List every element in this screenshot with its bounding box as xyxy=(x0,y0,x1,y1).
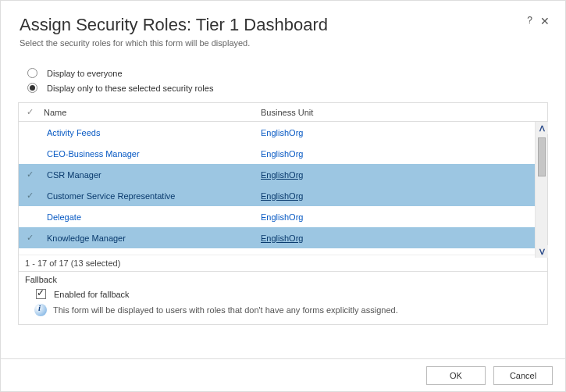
row-bu-cell[interactable]: EnglishOrg xyxy=(259,128,547,137)
row-bu-cell[interactable]: EnglishOrg xyxy=(259,149,547,159)
fallback-description: This form will be displayed to users wit… xyxy=(53,305,398,315)
row-bu-cell[interactable]: EnglishOrg xyxy=(259,233,547,243)
fallback-checkbox-label: Enabled for fallback xyxy=(54,290,130,299)
fallback-description-row: This form will be displayed to users wit… xyxy=(25,304,541,316)
row-name-cell: Knowledge Manager xyxy=(41,233,259,243)
close-icon[interactable]: ✕ xyxy=(540,15,550,27)
grid-status: 1 - 17 of 17 (13 selected) xyxy=(19,255,547,271)
role-link[interactable]: Customer Service Representative xyxy=(44,191,175,201)
row-name-cell: Customer Service Representative xyxy=(41,191,259,201)
column-header-business-unit[interactable]: Business Unit xyxy=(259,108,547,117)
radio-display-selected-roles[interactable]: Display only to these selected security … xyxy=(27,83,546,93)
row-name-cell: CSR Manager xyxy=(41,170,259,180)
grid-header-row: ✓ Name Business Unit xyxy=(19,103,547,122)
role-link[interactable]: Knowledge Manager xyxy=(44,233,126,243)
table-row[interactable]: Marketing ManagerEnglishOrg xyxy=(19,248,547,255)
row-bu-cell[interactable]: EnglishOrg xyxy=(259,212,547,222)
row-name-cell: Marketing Manager xyxy=(41,255,259,255)
column-header-name[interactable]: Name xyxy=(41,108,259,117)
row-bu-cell[interactable]: EnglishOrg xyxy=(259,255,547,255)
table-row[interactable]: CEO-Business ManagerEnglishOrg xyxy=(19,143,547,164)
row-check: ✓ xyxy=(19,233,41,243)
cancel-button[interactable]: Cancel xyxy=(493,366,553,385)
radio-label: Display only to these selected security … xyxy=(47,84,213,93)
info-icon xyxy=(34,304,47,316)
check-icon: ✓ xyxy=(27,169,34,179)
table-row[interactable]: ✓CSR ManagerEnglishOrg xyxy=(19,164,547,185)
scroll-thumb[interactable] xyxy=(538,137,546,176)
table-row[interactable]: Activity FeedsEnglishOrg xyxy=(19,122,547,143)
check-icon: ✓ xyxy=(27,191,34,200)
help-icon[interactable]: ? xyxy=(527,15,532,26)
radio-display-everyone[interactable]: Display to everyone xyxy=(27,68,546,78)
role-link[interactable]: Activity Feeds xyxy=(44,128,100,137)
role-link[interactable]: Delegate xyxy=(44,212,81,222)
roles-grid: ✓ Name Business Unit Activity FeedsEngli… xyxy=(18,102,548,272)
checkbox-icon xyxy=(36,289,46,299)
fallback-section: Fallback Enabled for fallback This form … xyxy=(18,272,548,325)
table-row[interactable]: ✓Knowledge ManagerEnglishOrg xyxy=(19,227,547,248)
dialog-header: Assign Security Roles: Tier 1 Dashboard … xyxy=(1,1,565,51)
fallback-checkbox-row[interactable]: Enabled for fallback xyxy=(25,289,541,299)
page-title: Assign Security Roles: Tier 1 Dashboard xyxy=(20,15,546,35)
check-icon: ✓ xyxy=(27,233,34,242)
row-name-cell: Activity Feeds xyxy=(41,128,259,137)
role-link[interactable]: CSR Manager xyxy=(44,170,101,180)
scroll-down-icon[interactable]: ᐯ xyxy=(536,245,548,258)
radio-icon xyxy=(27,83,37,93)
table-row[interactable]: DelegateEnglishOrg xyxy=(19,206,547,227)
scrollbar[interactable]: ᐱ ᐯ xyxy=(535,122,547,258)
role-link[interactable]: Marketing Manager xyxy=(44,255,121,255)
fallback-title: Fallback xyxy=(25,273,541,287)
row-check: ✓ xyxy=(19,191,41,201)
role-link[interactable]: CEO-Business Manager xyxy=(44,149,140,159)
select-all-checkbox[interactable]: ✓ xyxy=(19,107,41,117)
radio-label: Display to everyone xyxy=(47,69,123,78)
ok-button[interactable]: OK xyxy=(426,366,486,385)
table-row[interactable]: ✓Customer Service RepresentativeEnglishO… xyxy=(19,185,547,206)
row-name-cell: Delegate xyxy=(41,212,259,222)
row-bu-cell[interactable]: EnglishOrg xyxy=(259,191,547,201)
dialog-footer: OK Cancel xyxy=(1,358,565,391)
row-bu-cell[interactable]: EnglishOrg xyxy=(259,170,547,180)
radio-icon xyxy=(27,68,37,78)
row-check: ✓ xyxy=(19,169,41,180)
row-name-cell: CEO-Business Manager xyxy=(41,149,259,159)
scroll-up-icon[interactable]: ᐱ xyxy=(536,122,548,134)
display-options: Display to everyone Display only to thes… xyxy=(1,51,565,102)
page-subtitle: Select the security roles for which this… xyxy=(20,38,546,48)
